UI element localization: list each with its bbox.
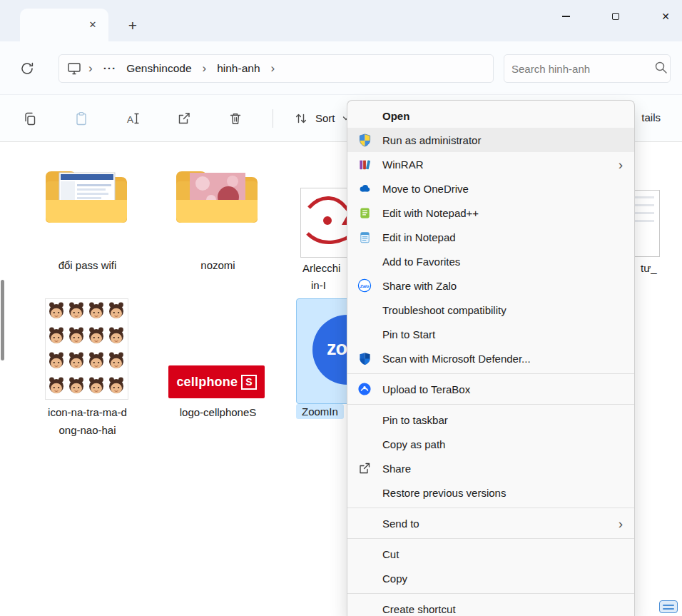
folder-icon bbox=[41, 163, 133, 234]
cellphones-logo-badge: S bbox=[241, 375, 256, 390]
defender-icon bbox=[357, 350, 372, 366]
breadcrumb-overflow-button[interactable]: ··· bbox=[99, 60, 121, 77]
menu-item-open[interactable]: Open bbox=[347, 103, 634, 128]
menu-item-icon-empty bbox=[357, 515, 372, 531]
menu-item-label: Edit with Notepad++ bbox=[382, 207, 626, 219]
menu-item-create-shortcut[interactable]: Create shortcut bbox=[347, 597, 634, 616]
maximize-button[interactable] bbox=[599, 0, 632, 33]
search-icon[interactable] bbox=[653, 60, 668, 77]
file-item-nozomi[interactable]: nozomi bbox=[159, 161, 277, 283]
trash-icon bbox=[228, 111, 243, 126]
menu-item-icon-empty bbox=[357, 326, 372, 342]
tab-close-icon[interactable]: ✕ bbox=[86, 18, 100, 32]
file-label-line2: ong-nao-hai bbox=[29, 422, 146, 439]
menu-item-label: Upload to TeraBox bbox=[382, 383, 626, 395]
file-explorer-window: ✕ + ✕ › ··· Genshincode › bbox=[0, 0, 682, 616]
menu-item-share-with-zalo[interactable]: ZaloShare with Zalo bbox=[347, 273, 634, 298]
menu-item-troubleshoot-compatibility[interactable]: Troubleshoot compatibility bbox=[347, 298, 634, 322]
menu-item-winrar[interactable]: WinRAR› bbox=[347, 152, 634, 176]
menu-item-restore-previous-versions[interactable]: Restore previous versions bbox=[347, 480, 634, 505]
chevron-right-icon: › bbox=[83, 61, 98, 76]
menu-item-label: Move to OneDrive bbox=[382, 183, 626, 195]
menu-item-icon-empty bbox=[357, 485, 372, 500]
menu-item-edit-with-notepad[interactable]: Edit with Notepad++ bbox=[347, 201, 634, 225]
refresh-button[interactable] bbox=[17, 59, 37, 79]
paste-button[interactable] bbox=[67, 104, 96, 133]
menu-item-scan-with-microsoft-defender[interactable]: Scan with Microsoft Defender... bbox=[347, 346, 634, 370]
chevron-right-icon: › bbox=[266, 61, 280, 76]
menu-item-icon-empty bbox=[357, 108, 372, 123]
explorer-tab[interactable]: ✕ bbox=[20, 9, 108, 41]
menu-item-label: Restore previous versions bbox=[382, 487, 626, 499]
file-label: tư_ bbox=[641, 260, 682, 277]
svg-text:Zalo: Zalo bbox=[360, 283, 370, 288]
sort-icon bbox=[293, 111, 309, 126]
menu-item-cut[interactable]: Cut bbox=[347, 542, 634, 566]
menu-item-label: Scan with Microsoft Defender... bbox=[382, 353, 626, 365]
vertical-scrollbar-thumb[interactable] bbox=[1, 280, 4, 360]
menu-item-move-to-onedrive[interactable]: Move to OneDrive bbox=[347, 176, 634, 201]
menu-item-label: WinRAR bbox=[382, 158, 619, 171]
menu-item-share[interactable]: Share bbox=[347, 456, 634, 480]
paste-icon bbox=[73, 111, 89, 126]
menu-item-run-as-administrator[interactable]: Run as administrator bbox=[347, 128, 634, 152]
cellphones-logo-text: cellphone bbox=[176, 375, 238, 390]
copy-icon bbox=[22, 111, 38, 126]
file-item-doi-pass-wifi[interactable]: đổi pass wifi bbox=[29, 161, 146, 283]
menu-item-icon-empty bbox=[357, 436, 372, 452]
menu-item-label: Send to bbox=[382, 517, 619, 530]
zoom-icon-text: zo bbox=[327, 338, 347, 360]
share-icon bbox=[176, 111, 192, 126]
details-button-fragment[interactable]: tails bbox=[641, 111, 661, 123]
menu-item-edit-in-notepad[interactable]: Edit in Notepad bbox=[347, 225, 634, 249]
address-bar[interactable]: › ··· Genshincode › hinh-anh › bbox=[58, 54, 494, 83]
rename-button[interactable]: A bbox=[118, 104, 147, 133]
menu-item-pin-to-taskbar[interactable]: Pin to taskbar bbox=[347, 408, 634, 432]
copy-button[interactable] bbox=[16, 104, 44, 133]
menu-item-icon-empty bbox=[357, 302, 372, 318]
zalo-icon: Zalo bbox=[357, 278, 372, 293]
menu-item-icon-empty bbox=[357, 253, 372, 269]
delete-button[interactable] bbox=[221, 104, 250, 133]
menu-item-icon-empty bbox=[357, 601, 372, 616]
menu-item-label: Share bbox=[382, 463, 626, 475]
menu-item-copy-as-path[interactable]: Copy as path bbox=[347, 432, 634, 456]
menu-item-icon-empty bbox=[357, 546, 372, 562]
terabox-icon bbox=[357, 381, 372, 397]
menu-item-icon-empty bbox=[357, 570, 372, 586]
notepad-plus-plus-icon bbox=[357, 205, 372, 221]
menu-item-label: Troubleshoot compatibility bbox=[382, 304, 626, 316]
file-label: nozomi bbox=[159, 257, 277, 274]
refresh-icon bbox=[19, 61, 35, 76]
menu-separator bbox=[347, 508, 634, 508]
menu-item-label: Copy bbox=[382, 572, 626, 585]
menu-item-pin-to-start[interactable]: Pin to Start bbox=[347, 322, 634, 346]
menu-item-label: Create shortcut bbox=[382, 603, 626, 615]
svg-text:A: A bbox=[127, 113, 133, 124]
new-tab-button[interactable]: + bbox=[123, 16, 143, 36]
breadcrumb-hinh-anh[interactable]: hinh-anh bbox=[213, 60, 264, 77]
context-menu: OpenRun as administratorWinRAR›Move to O… bbox=[347, 100, 635, 616]
menu-item-copy[interactable]: Copy bbox=[347, 566, 634, 590]
minimize-button[interactable] bbox=[549, 0, 582, 33]
menu-item-send-to[interactable]: Send to› bbox=[347, 511, 634, 535]
menu-item-add-to-favorites[interactable]: Add to Favorites bbox=[347, 249, 634, 273]
file-item-icon-na-tra[interactable]: icon-na-tra-ma-d ong-nao-hai bbox=[29, 297, 146, 440]
file-label: logo-cellphoneS bbox=[159, 404, 277, 421]
close-button[interactable]: ✕ bbox=[649, 0, 682, 33]
this-pc-icon bbox=[66, 61, 82, 76]
menu-item-label: Run as administrator bbox=[382, 134, 626, 146]
file-item-logo-cellphones[interactable]: cellphone S logo-cellphoneS bbox=[159, 297, 277, 440]
menu-separator bbox=[347, 373, 634, 374]
menu-item-label: Pin to taskbar bbox=[382, 414, 626, 426]
context-menu-list: OpenRun as administratorWinRAR›Move to O… bbox=[347, 103, 634, 616]
uac-shield-icon bbox=[357, 132, 372, 148]
file-label: ZoomIn bbox=[296, 404, 344, 419]
breadcrumb-genshincode[interactable]: Genshincode bbox=[122, 60, 195, 77]
cellphones-logo-thumbnail: cellphone S bbox=[168, 365, 265, 398]
menu-item-upload-to-terabox[interactable]: Upload to TeraBox bbox=[347, 377, 634, 401]
view-mode-toggle-icon[interactable] bbox=[659, 600, 678, 613]
search-input[interactable] bbox=[511, 63, 653, 75]
natra-faces-thumbnail bbox=[45, 298, 128, 400]
share-button[interactable] bbox=[170, 104, 198, 133]
